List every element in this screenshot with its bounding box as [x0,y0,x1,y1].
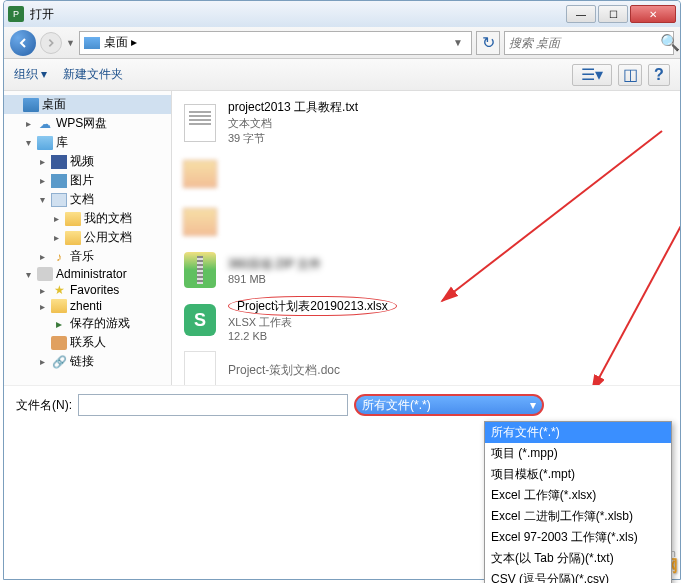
tree-item-label: 图片 [70,172,94,189]
tree-item-label: WPS网盘 [56,115,107,132]
tree-item-视频[interactable]: ▸视频 [4,152,171,171]
arrow-left-icon [17,37,29,49]
tree-item-label: 链接 [70,353,94,370]
filetype-option[interactable]: 文本(以 Tab 分隔)(*.txt) [485,548,671,569]
filetype-combo[interactable]: 所有文件(*.*) ▾ [354,394,544,416]
file-name: Project计划表20190213.xlsx [228,296,397,316]
tree-twisty-icon[interactable]: ▸ [50,232,62,243]
tree-item-label: 桌面 [42,96,66,113]
txt-file-icon [180,103,220,143]
tree-item-label: 我的文档 [84,210,132,227]
file-item[interactable] [176,150,676,198]
window-title: 打开 [30,6,566,23]
tree-item-文档[interactable]: ▾文档 [4,190,171,209]
tree-twisty-icon[interactable]: ▾ [36,194,48,205]
titlebar: P 打开 — ☐ ✕ [4,1,680,27]
forward-button [40,32,62,54]
file-name: Project-策划文档.doc [228,363,340,377]
filetype-option[interactable]: Excel 工作簿(*.xlsx) [485,485,671,506]
filetype-option[interactable]: CSV (逗号分隔)(*.csv) [485,569,671,583]
tree-item-保存的游戏[interactable]: ▸保存的游戏 [4,314,171,333]
view-mode-button[interactable]: ☰ ▾ [572,64,612,86]
folder-icon [65,212,81,226]
location-dropdown-icon[interactable]: ▼ [449,37,467,48]
tree-twisty-icon[interactable]: ▸ [36,285,48,296]
tree-item-label: Favorites [70,283,119,297]
folder-icon [51,299,67,313]
new-folder-button[interactable]: 新建文件夹 [63,66,123,83]
vid-icon [51,155,67,169]
tree-twisty-icon[interactable]: ▸ [22,118,34,129]
save-icon: ▸ [51,317,67,331]
minimize-button[interactable]: — [566,5,596,23]
filetype-option[interactable]: Excel 二进制工作簿(*.xlsb) [485,506,671,527]
location-text: 桌面 ▸ [104,34,449,51]
tree-item-zhenti[interactable]: ▸zhenti [4,298,171,314]
file-item[interactable]: 360压缩 ZIP 文件 891 MB [176,246,676,294]
file-item[interactable]: Project-策划文档.doc [176,346,676,385]
music-icon: ♪ [51,250,67,264]
folder-tree[interactable]: 桌面▸☁WPS网盘▾库▸视频▸图片▾文档▸我的文档▸公用文档▸♪音乐▾Admin… [4,91,172,385]
tree-item-label: 视频 [70,153,94,170]
pane-icon: ◫ [623,65,638,84]
tree-item-label: Administrator [56,267,127,281]
filetype-option[interactable]: Excel 97-2003 工作簿(*.xls) [485,527,671,548]
history-dropdown-icon[interactable]: ▼ [66,38,75,48]
filetype-dropdown[interactable]: 所有文件(*.*)项目 (*.mpp)项目模板(*.mpt)Excel 工作簿(… [484,421,672,583]
tree-item-公用文档[interactable]: ▸公用文档 [4,228,171,247]
desktop-icon [23,98,39,112]
tree-item-label: 联系人 [70,334,106,351]
back-button[interactable] [10,30,36,56]
file-size: 39 字节 [228,131,358,146]
filetype-option[interactable]: 项目模板(*.mpt) [485,464,671,485]
file-name: 360压缩 ZIP 文件 [228,257,321,271]
file-item[interactable] [176,198,676,246]
tree-item-音乐[interactable]: ▸♪音乐 [4,247,171,266]
tree-item-label: zhenti [70,299,102,313]
user-icon [37,267,53,281]
tree-item-label: 库 [56,134,68,151]
tree-item-联系人[interactable]: 联系人 [4,333,171,352]
refresh-button[interactable]: ↻ [476,31,500,55]
help-button[interactable]: ? [648,64,670,86]
tree-twisty-icon[interactable]: ▸ [36,356,48,367]
tree-twisty-icon[interactable]: ▸ [36,251,48,262]
tree-twisty-icon[interactable]: ▾ [22,269,34,280]
tree-item-Favorites[interactable]: ▸★Favorites [4,282,171,298]
tree-twisty-icon[interactable]: ▾ [22,137,34,148]
search-box[interactable]: 🔍 [504,31,674,55]
file-name: project2013 工具教程.txt [228,100,358,114]
tree-item-Administrator[interactable]: ▾Administrator [4,266,171,282]
tree-twisty-icon[interactable]: ▸ [50,213,62,224]
img-file-icon [180,202,220,242]
file-item[interactable]: S Project计划表20190213.xlsx XLSX 工作表 12.2 … [176,294,676,346]
filetype-option[interactable]: 项目 (*.mpp) [485,443,671,464]
zip-file-icon [180,250,220,290]
close-button[interactable]: ✕ [630,5,676,23]
tree-twisty-icon[interactable]: ▸ [36,156,48,167]
tree-item-库[interactable]: ▾库 [4,133,171,152]
tree-item-label: 文档 [70,191,94,208]
tree-item-桌面[interactable]: 桌面 [4,95,171,114]
filetype-selected: 所有文件(*.*) [362,397,431,414]
filetype-option[interactable]: 所有文件(*.*) [485,422,671,443]
preview-pane-button[interactable]: ◫ [618,64,642,86]
tree-item-WPS网盘[interactable]: ▸☁WPS网盘 [4,114,171,133]
tree-item-链接[interactable]: ▸🔗链接 [4,352,171,371]
lib-icon [37,136,53,150]
search-input[interactable] [509,36,660,50]
filename-label: 文件名(N): [16,397,72,414]
tree-twisty-icon[interactable]: ▸ [36,175,48,186]
location-bar[interactable]: 桌面 ▸ ▼ [79,31,472,55]
organize-button[interactable]: 组织 ▾ [14,66,47,83]
file-item[interactable]: project2013 工具教程.txt 文本文档 39 字节 [176,95,676,150]
maximize-button[interactable]: ☐ [598,5,628,23]
filename-input[interactable] [78,394,348,416]
folder-icon [65,231,81,245]
contact-icon [51,336,67,350]
tree-twisty-icon[interactable]: ▸ [36,301,48,312]
tree-item-图片[interactable]: ▸图片 [4,171,171,190]
file-list[interactable]: project2013 工具教程.txt 文本文档 39 字节 360压缩 ZI… [172,91,680,385]
file-size: 12.2 KB [228,330,397,342]
tree-item-我的文档[interactable]: ▸我的文档 [4,209,171,228]
